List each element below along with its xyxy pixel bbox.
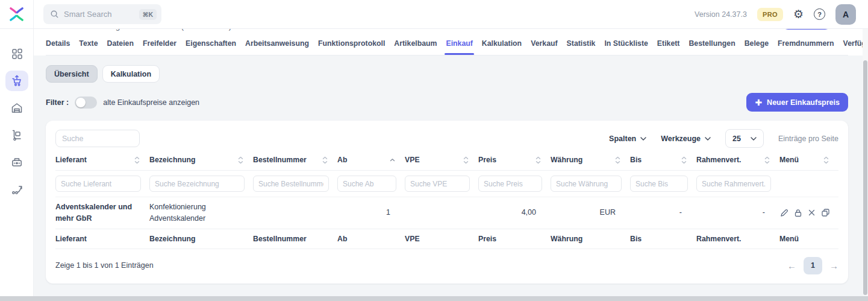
filter-waehrung-input[interactable]	[551, 176, 622, 192]
smart-search-input[interactable]	[64, 10, 134, 19]
app-logo[interactable]	[0, 0, 34, 28]
tab-einkauf[interactable]: Einkauf	[446, 39, 472, 48]
delete-x-icon[interactable]	[807, 208, 816, 217]
filter-bezeichnung-input[interactable]	[149, 176, 245, 192]
table-controls: Spalten Werkzeuge 25 Einträge pro Seite	[55, 129, 838, 148]
table-row[interactable]: Adventskalender und mehr GbR Konfektioni…	[55, 197, 838, 229]
tools-dropdown[interactable]: Werkzeuge	[661, 135, 711, 143]
smart-search[interactable]: ⌘K	[43, 4, 161, 24]
page-size-select[interactable]: 25	[725, 129, 764, 148]
column-header-rahmenvert[interactable]: Rahmenvert.	[696, 156, 779, 164]
pagination-page-1[interactable]: 1	[804, 257, 822, 274]
sort-asc-icon[interactable]	[390, 156, 395, 164]
tab-fremdnummern[interactable]: Fremdnummern	[778, 39, 834, 48]
edit-pencil-icon[interactable]	[779, 208, 789, 218]
settings-gear-icon[interactable]: ⚙	[793, 8, 804, 20]
sort-icon[interactable]	[322, 156, 328, 164]
column-header-lieferant[interactable]: Lieferant	[55, 156, 149, 164]
sidebar-item-warehouse-icon[interactable]	[5, 98, 28, 118]
new-purchase-price-label: Neuer Einkaufspreis	[767, 98, 840, 107]
sidebar-item-cash-register-icon[interactable]	[5, 152, 28, 173]
tab-belege[interactable]: Belege	[745, 39, 769, 48]
cell-lieferant: Adventskalender und mehr GbR	[55, 201, 149, 224]
column-header-vpe[interactable]: VPE	[405, 156, 478, 164]
vertical-scrollbar-thumb[interactable]	[863, 60, 867, 295]
help-icon[interactable]: ?	[814, 8, 825, 20]
column-header-bestellnummer[interactable]: Bestellnummer	[253, 156, 337, 164]
sidebar-item-purchasing-cart-icon[interactable]	[5, 71, 28, 91]
cell-waehrung: EUR	[551, 207, 630, 218]
sort-icon[interactable]	[615, 156, 620, 164]
sort-icon[interactable]	[463, 156, 469, 164]
filter-vpe-input[interactable]	[405, 176, 470, 192]
sort-icon[interactable]	[764, 156, 770, 164]
horizontal-scrollbar[interactable]	[0, 296, 868, 301]
tab-bar: Details Texte Dateien Freifelder Eigensc…	[46, 39, 848, 55]
columns-dropdown-label: Spalten	[609, 135, 636, 143]
tab-freifelder[interactable]: Freifelder	[143, 39, 176, 48]
filter-rahmenvert-input[interactable]	[696, 176, 771, 192]
cell-preis: 4,00	[478, 207, 551, 218]
avatar[interactable]: A	[835, 4, 856, 25]
page-size-value: 25	[732, 135, 741, 143]
column-header-bis[interactable]: Bis	[630, 156, 696, 164]
column-header-preis[interactable]: Preis	[478, 156, 551, 164]
tab-dateien[interactable]: Dateien	[107, 39, 134, 48]
sort-icon[interactable]	[238, 156, 243, 164]
column-header-menue[interactable]: Menü	[779, 156, 838, 164]
table-header-row: Lieferant Bezeichnung Bestellnummer Ab V…	[55, 148, 838, 171]
vertical-scrollbar-track	[863, 29, 868, 296]
filter-preis-input[interactable]	[478, 176, 542, 192]
footer-column-waehrung: Währung	[551, 235, 630, 243]
sidebar-item-trend-chart-icon[interactable]	[5, 179, 28, 200]
tab-verkauf[interactable]: Verkauf	[531, 39, 557, 48]
table-search-input[interactable]	[55, 130, 140, 147]
column-header-ab[interactable]: Ab	[337, 156, 405, 164]
tab-eigenschaften[interactable]: Eigenschaften	[186, 39, 236, 48]
sort-icon[interactable]	[134, 156, 140, 164]
sort-icon[interactable]	[681, 156, 687, 164]
cell-menue	[779, 208, 838, 218]
plus-icon: ✚	[755, 98, 762, 107]
copy-icon[interactable]	[820, 208, 831, 218]
filter-lieferant-input[interactable]	[55, 176, 141, 192]
filter-ab-input[interactable]	[337, 176, 396, 192]
purchase-prices-card: Spalten Werkzeuge 25 Einträge pro Seite	[46, 121, 848, 284]
tab-statistik[interactable]: Statistik	[567, 39, 596, 48]
tab-texte[interactable]: Texte	[79, 39, 98, 48]
sort-icon[interactable]	[535, 156, 541, 164]
filter-bar: Filter : alte Einkaufspreise anzeigen ✚ …	[46, 93, 848, 112]
sidebar-item-hand-truck-icon[interactable]	[5, 125, 28, 145]
column-header-waehrung[interactable]: Währung	[551, 156, 630, 164]
footer-column-bis: Bis	[630, 235, 696, 243]
column-header-bezeichnung[interactable]: Bezeichnung	[149, 156, 253, 164]
subtab-kalkulation[interactable]: Kalkulation	[102, 65, 160, 83]
toggle-label: alte Einkaufspreise anzeigen	[103, 98, 199, 107]
tab-funktionsprotokoll[interactable]: Funktionsprotokoll	[318, 39, 385, 48]
footer-column-lieferant: Lieferant	[55, 235, 149, 243]
lock-icon[interactable]	[793, 208, 803, 218]
old-prices-toggle[interactable]	[75, 97, 97, 109]
tab-artikelbaum[interactable]: Artikelbaum	[394, 39, 437, 48]
column-label: Menü	[779, 156, 799, 164]
pagination-prev-arrow-icon[interactable]: ←	[787, 261, 796, 270]
pagination-next-arrow-icon[interactable]: →	[829, 261, 838, 270]
sort-icon[interactable]	[823, 156, 829, 164]
columns-dropdown[interactable]: Spalten	[609, 135, 646, 143]
cell-bis: -	[630, 207, 696, 218]
tab-etikett[interactable]: Etikett	[657, 39, 680, 48]
column-filter-row	[55, 171, 838, 197]
subtab-uebersicht[interactable]: Übersicht	[46, 65, 98, 83]
filter-bestellnummer-input[interactable]	[253, 176, 329, 192]
tab-details[interactable]: Details	[46, 39, 70, 48]
column-label: Bezeichnung	[149, 156, 196, 164]
tab-arbeitsanweisung[interactable]: Arbeitsanweisung	[245, 39, 309, 48]
tab-in-stueckliste[interactable]: In Stückliste	[604, 39, 648, 48]
tab-bestellungen[interactable]: Bestellungen	[688, 39, 735, 48]
sidebar-item-apps-grid-icon[interactable]	[5, 43, 28, 64]
filter-bis-input[interactable]	[630, 176, 688, 192]
tab-kalkulation[interactable]: Kalkulation	[482, 39, 522, 48]
new-purchase-price-button[interactable]: ✚ Neuer Einkaufspreis	[746, 93, 848, 112]
pagination: ← 1 →	[787, 257, 838, 274]
column-label: Währung	[551, 156, 582, 164]
